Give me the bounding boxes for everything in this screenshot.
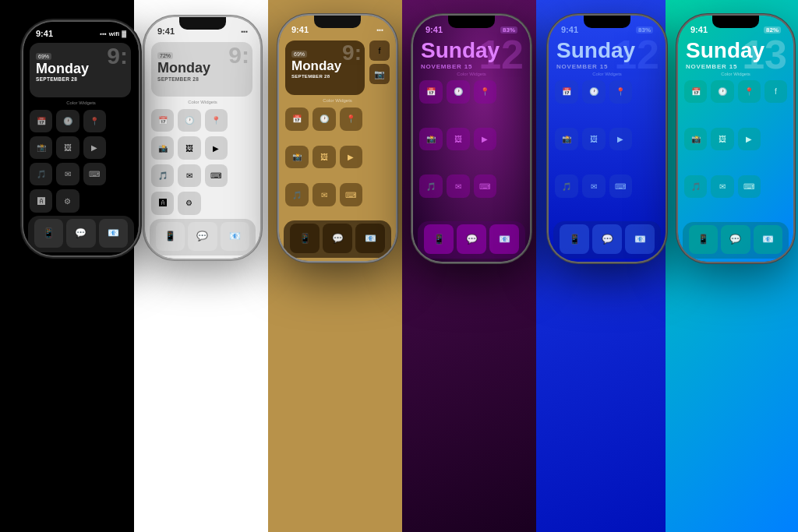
app-icon[interactable]: 🖼	[447, 128, 470, 151]
app-icon-empty	[764, 128, 787, 171]
app-icon[interactable]: 📸	[285, 146, 309, 169]
app-icon[interactable]: ⌨	[83, 163, 106, 185]
app-icon[interactable]: 🎵	[419, 174, 443, 198]
app-icon[interactable]: 🕐	[447, 80, 470, 104]
app-icon[interactable]: ▶	[738, 128, 761, 150]
date-dayname-purple: Sunday	[421, 39, 522, 63]
app-icon[interactable]: ⚙	[178, 192, 200, 214]
app-icon-empty	[231, 164, 254, 188]
app-icon[interactable]: 📅	[419, 80, 443, 104]
dock-icon-phone[interactable]: 📱	[689, 225, 718, 254]
phone-blue: 9:41 83% 12 Sunday NOVEMBER 15 Color Wid…	[549, 16, 666, 262]
dock-icon-mail[interactable]: 📧	[489, 224, 519, 254]
app-icon-empty	[110, 110, 132, 132]
battery-badge-teal: 82%	[764, 26, 781, 33]
app-icon[interactable]: ⌨	[340, 183, 363, 206]
dock-icon-mail[interactable]: 📧	[754, 225, 782, 254]
side-icon[interactable]: f	[369, 41, 390, 61]
app-icon-empty	[231, 136, 254, 160]
app-icon[interactable]: 🎵	[30, 163, 52, 185]
app-icon[interactable]: 📅	[151, 109, 174, 132]
side-icon[interactable]: 📷	[369, 64, 390, 84]
dock-icon-mail[interactable]: 📧	[99, 219, 128, 248]
phone-wrapper-light: 9:41 ▪▪▪ 72% 9: Monday SEPTEMBER 28 Colo…	[145, 17, 260, 259]
dock-icon-messages[interactable]: 💬	[323, 224, 352, 253]
app-icon[interactable]: ✉	[447, 174, 470, 198]
dock-icon-phone[interactable]: 📱	[34, 219, 63, 248]
app-icon[interactable]: 📅	[684, 80, 707, 103]
dock-icon-messages[interactable]: 💬	[721, 225, 750, 254]
app-icon[interactable]: 📍	[340, 107, 363, 131]
dock-icon-phone[interactable]: 📱	[560, 224, 589, 254]
app-icon[interactable]: 📍	[738, 80, 761, 103]
app-icon[interactable]: 🕐	[582, 80, 606, 104]
time-teal: 9:41	[690, 25, 708, 34]
dock-icon-phone[interactable]: 📱	[424, 224, 454, 254]
app-icon[interactable]: ⌨	[738, 175, 761, 198]
app-icon[interactable]: 🎵	[285, 183, 309, 206]
dock-icon-messages[interactable]: 💬	[592, 224, 622, 254]
app-icon-empty	[231, 192, 254, 215]
app-icon[interactable]: 📍	[474, 80, 497, 104]
app-icon[interactable]: ✉	[582, 174, 606, 198]
time-gold: 9:41	[291, 25, 309, 34]
dock-dark: 📱 💬 📧	[28, 216, 134, 252]
screen-dark: 9:41 ▪▪▪ wifi ▓ 69% 9: Monday SEPTEMBER …	[23, 22, 139, 255]
app-icon[interactable]: 🕐	[178, 109, 200, 132]
app-icon[interactable]: 🎵	[151, 164, 174, 187]
app-icon[interactable]: ⌨	[474, 174, 497, 198]
app-icon[interactable]: ⚙	[56, 189, 79, 212]
app-icon[interactable]: 🖼	[312, 146, 336, 169]
app-icon[interactable]: 📍	[205, 109, 228, 132]
app-icon[interactable]: 📸	[555, 128, 578, 151]
app-icon-empty	[500, 80, 524, 124]
dock-icon-messages[interactable]: 💬	[188, 222, 217, 251]
app-icon-empty	[764, 175, 787, 219]
app-icon[interactable]: f	[764, 80, 787, 103]
dock-icon-messages[interactable]: 💬	[457, 224, 486, 254]
app-icon[interactable]: ✉	[312, 183, 336, 206]
app-icon[interactable]: 🖼	[56, 136, 79, 159]
app-icon[interactable]: ▶	[474, 128, 497, 151]
app-icon[interactable]: 🖼	[711, 128, 733, 150]
app-icon[interactable]: 🎵	[684, 175, 707, 198]
app-icon[interactable]: 📍	[609, 80, 633, 104]
battery-badge-gold: 69%	[291, 51, 307, 58]
app-icon[interactable]: 🅰	[30, 189, 52, 212]
app-icon[interactable]: 🕐	[711, 80, 733, 103]
app-icon[interactable]: ⌨	[205, 164, 228, 187]
app-icon[interactable]: 🖼	[582, 128, 606, 151]
app-icon[interactable]: ▶	[83, 136, 106, 159]
status-icons-dark: ▪▪▪ wifi ▓	[100, 30, 126, 37]
app-icon[interactable]: 🖼	[178, 136, 200, 159]
app-icon[interactable]: 📸	[151, 136, 174, 159]
app-icon[interactable]: ▶	[205, 136, 228, 159]
screen-teal: 9:41 82% 13 Sunday NOVEMBER 15 Color Wid…	[678, 16, 793, 262]
app-icon[interactable]: 📸	[419, 128, 443, 151]
app-icon[interactable]: ✉	[178, 164, 200, 187]
dock-icon-mail[interactable]: 📧	[355, 224, 385, 253]
app-icon[interactable]: 📅	[555, 80, 578, 104]
app-icon[interactable]: 🕐	[312, 107, 336, 131]
app-icon[interactable]: 📅	[285, 107, 309, 131]
widget-area-dark: 69% 9: Monday SEPTEMBER 28	[23, 40, 139, 100]
app-icon[interactable]: ✉	[711, 175, 733, 198]
app-icon[interactable]: ▶	[340, 146, 363, 169]
dock-icon-mail[interactable]: 📧	[625, 224, 655, 254]
app-icon[interactable]: 🎵	[555, 174, 578, 198]
dock-icon-mail[interactable]: 📧	[221, 222, 249, 251]
app-icon[interactable]: ⌨	[609, 174, 633, 198]
app-icon[interactable]: 📸	[30, 136, 52, 159]
app-icon[interactable]: 📸	[684, 128, 707, 150]
app-icon[interactable]: 🅰	[151, 192, 174, 214]
notch-purple	[448, 16, 495, 28]
app-icon[interactable]: ▶	[609, 128, 633, 151]
dock-icon-messages[interactable]: 💬	[66, 219, 95, 248]
app-icon[interactable]: ✉	[56, 163, 79, 185]
dock-icon-phone[interactable]: 📱	[156, 222, 185, 251]
dock-icon-phone[interactable]: 📱	[290, 224, 320, 253]
app-icon[interactable]: 🕐	[56, 110, 79, 132]
dock-teal: 📱 💬 📧	[683, 222, 789, 259]
app-icon[interactable]: 📅	[30, 110, 52, 132]
app-icon[interactable]: 📍	[83, 110, 106, 132]
